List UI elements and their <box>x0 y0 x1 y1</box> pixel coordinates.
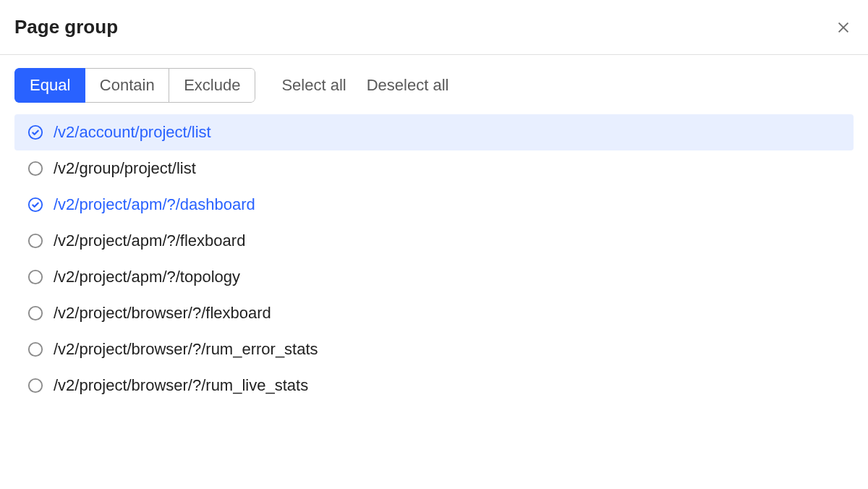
unchecked-circle-icon <box>27 305 43 321</box>
selection-actions: Select all Deselect all <box>281 76 448 95</box>
unchecked-circle-icon <box>27 269 43 285</box>
list-item-label: /v2/project/browser/?/rum_live_stats <box>54 376 308 395</box>
list-item-label: /v2/account/project/list <box>54 123 211 142</box>
list-item-label: /v2/project/browser/?/rum_error_stats <box>54 340 318 359</box>
unchecked-circle-icon <box>27 161 43 177</box>
list-item-label: /v2/project/apm/?/flexboard <box>54 231 245 250</box>
unchecked-circle-icon <box>27 341 43 357</box>
list-item[interactable]: /v2/account/project/list <box>14 114 854 150</box>
list-item-label: /v2/project/apm/?/topology <box>54 268 240 286</box>
checked-circle-icon <box>27 197 43 213</box>
deselect-all-button[interactable]: Deselect all <box>367 76 449 95</box>
segment-exclude[interactable]: Exclude <box>169 68 255 103</box>
segment-equal[interactable]: Equal <box>14 68 85 103</box>
svg-point-6 <box>29 271 42 284</box>
select-all-button[interactable]: Select all <box>281 76 346 95</box>
page-group-list: /v2/account/project/list /v2/group/proje… <box>0 114 868 404</box>
list-item[interactable]: /v2/group/project/list <box>14 150 854 187</box>
toolbar: Equal Contain Exclude Select all Deselec… <box>0 55 868 114</box>
dialog-header: Page group <box>0 0 868 55</box>
svg-point-8 <box>29 343 42 356</box>
svg-point-5 <box>29 234 42 247</box>
checked-circle-icon <box>27 124 43 140</box>
page-title: Page group <box>14 16 118 38</box>
segment-contain[interactable]: Contain <box>85 68 170 103</box>
list-item-label: /v2/project/browser/?/flexboard <box>54 304 271 323</box>
list-item[interactable]: /v2/project/apm/?/dashboard <box>14 187 854 223</box>
list-item[interactable]: /v2/project/apm/?/topology <box>14 259 854 295</box>
list-item[interactable]: /v2/project/browser/?/rum_live_stats <box>14 367 854 404</box>
svg-point-7 <box>29 307 42 320</box>
unchecked-circle-icon <box>27 378 43 394</box>
list-item[interactable]: /v2/project/apm/?/flexboard <box>14 223 854 259</box>
list-item-label: /v2/group/project/list <box>54 159 196 178</box>
list-item[interactable]: /v2/project/browser/?/flexboard <box>14 295 854 331</box>
svg-point-9 <box>29 379 42 392</box>
list-item[interactable]: /v2/project/browser/?/rum_error_stats <box>14 331 854 367</box>
list-item-label: /v2/project/apm/?/dashboard <box>54 195 255 214</box>
filter-mode-segments: Equal Contain Exclude <box>14 68 255 103</box>
svg-point-3 <box>29 162 42 175</box>
close-icon[interactable] <box>833 17 854 38</box>
unchecked-circle-icon <box>27 233 43 249</box>
